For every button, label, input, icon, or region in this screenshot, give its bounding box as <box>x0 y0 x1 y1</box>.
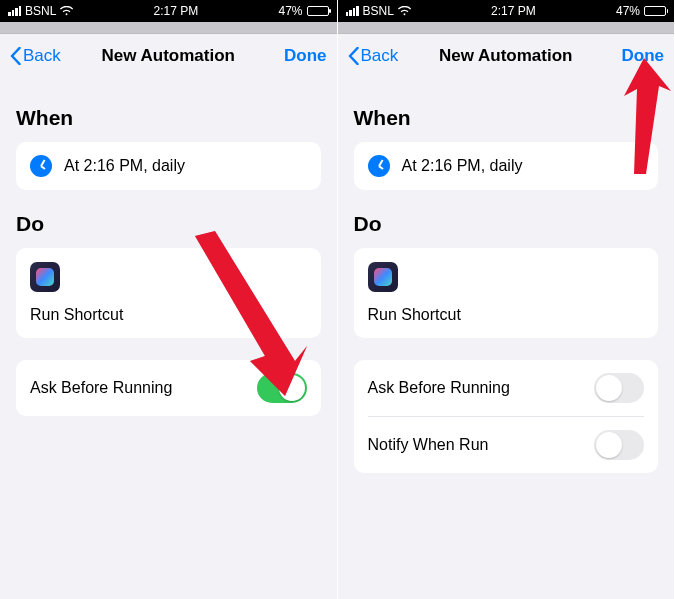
time-label: 2:17 PM <box>491 4 536 18</box>
ask-before-running-row: Ask Before Running <box>354 360 659 416</box>
notify-when-run-toggle[interactable] <box>594 430 644 460</box>
status-bar: BSNL 2:17 PM 47% <box>338 0 675 22</box>
ask-before-running-toggle[interactable] <box>594 373 644 403</box>
do-heading: Do <box>354 212 659 236</box>
when-trigger-text: At 2:16 PM, daily <box>64 157 185 175</box>
nav-bar: Back New Automation Done <box>338 34 675 78</box>
do-card[interactable]: Run Shortcut <box>354 248 659 338</box>
phone-left: BSNL 2:17 PM 47% Back New Automation Don… <box>0 0 338 599</box>
content: When At 2:16 PM, daily Do Run Shortcut A… <box>0 78 337 599</box>
content: When At 2:16 PM, daily Do Run Shortcut A… <box>338 78 675 599</box>
status-bar: BSNL 2:17 PM 47% <box>0 0 337 22</box>
when-heading: When <box>354 106 659 130</box>
when-card[interactable]: At 2:16 PM, daily <box>16 142 321 190</box>
when-card[interactable]: At 2:16 PM, daily <box>354 142 659 190</box>
shortcut-app-icon <box>30 262 60 292</box>
wifi-icon <box>398 6 411 16</box>
shortcut-app-icon <box>368 262 398 292</box>
back-label: Back <box>361 46 399 66</box>
battery-percent: 47% <box>278 4 302 18</box>
chevron-left-icon <box>10 47 21 65</box>
chevron-left-icon <box>348 47 359 65</box>
battery-icon <box>644 6 666 16</box>
sheet-handle <box>0 22 337 34</box>
nav-bar: Back New Automation Done <box>0 34 337 78</box>
wifi-icon <box>60 6 73 16</box>
carrier-label: BSNL <box>363 4 394 18</box>
time-label: 2:17 PM <box>154 4 199 18</box>
carrier-label: BSNL <box>25 4 56 18</box>
back-label: Back <box>23 46 61 66</box>
ask-before-running-toggle[interactable] <box>257 373 307 403</box>
signal-icon <box>8 6 21 16</box>
ask-before-running-label: Ask Before Running <box>368 379 510 397</box>
ask-before-running-row: Ask Before Running <box>16 360 321 416</box>
do-action-label: Run Shortcut <box>368 306 645 324</box>
phone-right: BSNL 2:17 PM 47% Back New Automation Don… <box>338 0 676 599</box>
done-button[interactable]: Done <box>284 46 327 66</box>
when-trigger-text: At 2:16 PM, daily <box>402 157 523 175</box>
clock-icon <box>30 155 52 177</box>
sheet-handle <box>338 22 675 34</box>
battery-percent: 47% <box>616 4 640 18</box>
notify-when-run-row: Notify When Run <box>368 416 645 473</box>
notify-when-run-label: Notify When Run <box>368 436 489 454</box>
do-card[interactable]: Run Shortcut <box>16 248 321 338</box>
back-button[interactable]: Back <box>10 46 61 66</box>
options-card: Ask Before Running <box>16 360 321 416</box>
do-action-label: Run Shortcut <box>30 306 307 324</box>
clock-icon <box>368 155 390 177</box>
ask-before-running-label: Ask Before Running <box>30 379 172 397</box>
done-button[interactable]: Done <box>622 46 665 66</box>
signal-icon <box>346 6 359 16</box>
options-card: Ask Before Running Notify When Run <box>354 360 659 473</box>
do-heading: Do <box>16 212 321 236</box>
battery-icon <box>307 6 329 16</box>
back-button[interactable]: Back <box>348 46 399 66</box>
when-heading: When <box>16 106 321 130</box>
